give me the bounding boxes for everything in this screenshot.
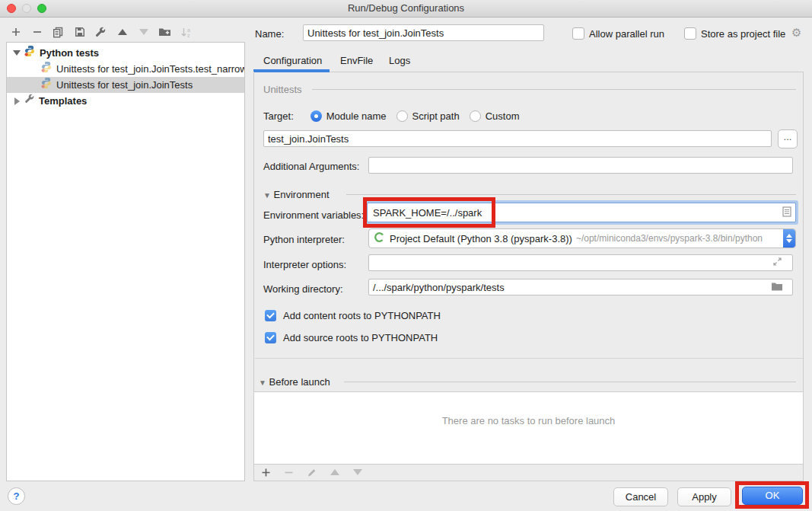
- python-icon: [40, 77, 53, 93]
- window-title: Run/Debug Configurations: [0, 2, 812, 14]
- chevron-down-icon[interactable]: [13, 50, 21, 56]
- tree-item-python-tests[interactable]: Python tests: [7, 45, 244, 61]
- environment-variables-field[interactable]: [367, 203, 796, 222]
- tree-item-templates[interactable]: Templates: [7, 93, 244, 109]
- tab-envfile[interactable]: EnvFile: [340, 55, 373, 66]
- section-line: [346, 194, 796, 195]
- move-down-icon: [351, 466, 364, 478]
- target-row: Target: Module name Script path Custom: [263, 109, 519, 123]
- python-interpreter-label: Python interpreter:: [263, 234, 345, 245]
- target-label: Target:: [263, 110, 294, 122]
- tree-item-unittests-jointests-selected[interactable]: Unittests for test_join.JoinTests: [7, 77, 244, 93]
- title-bar: Run/Debug Configurations: [0, 0, 812, 18]
- apply-button[interactable]: Apply: [677, 487, 731, 506]
- name-input[interactable]: [303, 24, 544, 41]
- radio-icon[interactable]: [470, 110, 481, 122]
- before-launch-toolbar: [260, 465, 364, 479]
- active-tab-underline: [253, 69, 330, 72]
- configurations-toolbar: az: [9, 24, 193, 40]
- move-down-icon: [137, 26, 150, 38]
- tree-item-unittests-narrow[interactable]: Unittests for test_join.JoinTests.test_n…: [7, 61, 244, 77]
- checked-checkbox-icon[interactable]: [265, 332, 276, 343]
- chevron-down-icon[interactable]: ▼: [259, 378, 266, 387]
- radio-label: Custom: [486, 110, 520, 122]
- tree-item-label: Unittests for test_join.JoinTests: [56, 77, 193, 93]
- remove-icon[interactable]: [30, 26, 43, 38]
- tab-configuration[interactable]: Configuration: [263, 55, 322, 66]
- tab-divider: [253, 72, 804, 72]
- content-roots-checkbox-row[interactable]: Add content roots to PYTHONPATH: [265, 308, 441, 322]
- environment-variables-label: Environment variables:: [263, 209, 364, 221]
- gear-icon[interactable]: ⚙: [791, 27, 801, 38]
- name-label: Name:: [255, 28, 284, 40]
- python-interpreter-combo[interactable]: Project Default (Python 3.8 (pyspark-3.8…: [368, 228, 796, 248]
- copy-icon[interactable]: [52, 26, 65, 38]
- environment-variables-input[interactable]: [371, 206, 782, 219]
- svg-text:a: a: [187, 27, 190, 32]
- target-module-input[interactable]: [263, 130, 772, 147]
- interpreter-path: ~/opt/miniconda3/envs/pyspark-3.8/bin/py…: [576, 233, 780, 244]
- python-icon: [40, 61, 53, 77]
- ok-button[interactable]: OK: [742, 487, 803, 505]
- radio-label: Module name: [326, 110, 387, 122]
- working-directory-label: Working directory:: [263, 283, 343, 295]
- allow-parallel-checkbox[interactable]: [572, 27, 584, 40]
- radio-module-name[interactable]: Module name: [310, 110, 387, 122]
- run-debug-configurations-dialog: Run/Debug Configurations az Python tests: [0, 0, 812, 511]
- expand-icon[interactable]: [772, 257, 782, 269]
- save-icon[interactable]: [73, 26, 86, 38]
- tree-item-label: Python tests: [40, 45, 99, 61]
- tab-logs[interactable]: Logs: [389, 55, 410, 66]
- new-folder-icon[interactable]: [158, 26, 171, 38]
- python-icon: [24, 45, 36, 61]
- allow-parallel-label: Allow parallel run: [589, 28, 664, 40]
- section-environment-label: Environment: [274, 189, 330, 200]
- radio-script-path[interactable]: Script path: [396, 110, 460, 122]
- interpreter-value: Project Default (Python 3.8 (pyspark-3.8…: [390, 233, 572, 244]
- pane-border-right: [803, 72, 804, 481]
- cancel-button[interactable]: Cancel: [613, 487, 668, 506]
- configurations-tree: Python tests Unittests for test_join.Joi…: [6, 42, 245, 481]
- tree-item-label: Templates: [39, 93, 87, 109]
- section-line: [344, 382, 796, 382]
- radio-label: Script path: [412, 110, 460, 122]
- folder-icon[interactable]: [771, 282, 783, 293]
- working-directory-input[interactable]: [368, 279, 793, 295]
- add-icon[interactable]: [260, 466, 272, 478]
- separator: [255, 358, 803, 359]
- radio-selected-icon[interactable]: [310, 110, 322, 122]
- additional-arguments-label: Additional Arguments:: [263, 161, 359, 172]
- section-before-launch-header[interactable]: ▼ Before launch: [259, 376, 330, 388]
- section-before-launch-label: Before launch: [269, 376, 330, 388]
- conda-env-icon: [374, 232, 385, 245]
- add-icon[interactable]: [9, 26, 22, 38]
- chevron-right-icon[interactable]: [14, 97, 20, 105]
- wrench-icon: [24, 93, 35, 109]
- interpreter-options-label: Interpreter options:: [263, 259, 346, 270]
- content-roots-label: Add content roots to PYTHONPATH: [283, 310, 441, 321]
- env-list-icon[interactable]: [782, 206, 791, 219]
- before-launch-task-list[interactable]: There are no tasks to run before launch: [254, 391, 803, 465]
- source-roots-label: Add source roots to PYTHONPATH: [283, 332, 438, 343]
- section-environment-header[interactable]: ▼ Environment: [263, 189, 330, 200]
- sort-alpha-icon: az: [180, 26, 193, 38]
- store-project-file-checkbox[interactable]: [684, 27, 696, 40]
- additional-arguments-input[interactable]: [368, 157, 793, 174]
- combo-stepper-icon[interactable]: [783, 229, 795, 248]
- source-roots-checkbox-row[interactable]: Add source roots to PYTHONPATH: [265, 331, 438, 344]
- move-up-icon[interactable]: [116, 26, 129, 38]
- edit-icon: [305, 466, 318, 478]
- help-button[interactable]: ?: [8, 487, 25, 505]
- browse-button[interactable]: ...: [778, 129, 798, 149]
- radio-custom[interactable]: Custom: [470, 110, 520, 122]
- radio-icon[interactable]: [396, 110, 408, 122]
- checked-checkbox-icon[interactable]: [265, 310, 276, 321]
- chevron-down-icon[interactable]: ▼: [263, 191, 271, 200]
- svg-text:z: z: [187, 33, 190, 38]
- edit-templates-icon[interactable]: [94, 26, 107, 38]
- remove-icon: [282, 466, 295, 478]
- store-project-file-label: Store as project file: [701, 28, 785, 40]
- interpreter-options-input[interactable]: [368, 254, 793, 271]
- section-line: [312, 89, 796, 90]
- before-launch-empty-text: There are no tasks to run before launch: [254, 415, 803, 426]
